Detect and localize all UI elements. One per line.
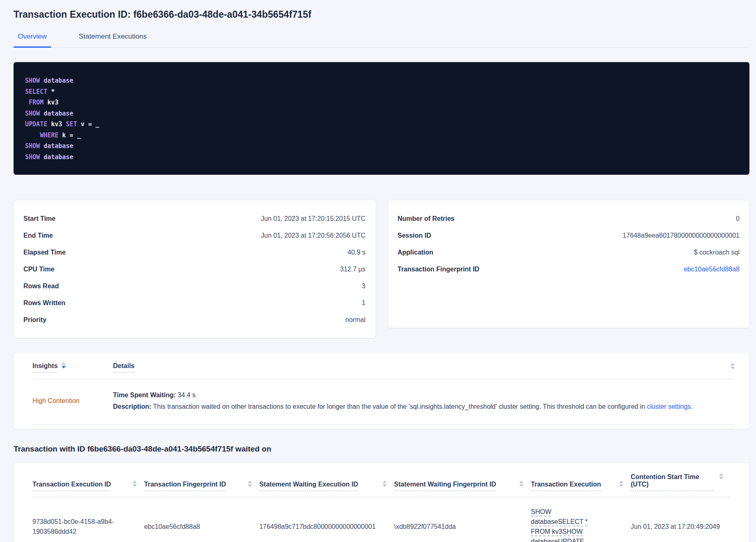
column-header-label[interactable]: Statement Waiting Fingerprint ID [394,481,496,491]
sort-up-arrow [719,473,723,476]
row-label: Start Time [23,215,55,222]
statement-waiting-fingerprint-id-value: \xdb8922f077541dda [394,523,456,530]
statement-waiting-execution-id-value: 176498a9c717bdc80000000000000001 [259,523,376,530]
row-application: Application $ cockroach sql [398,244,740,261]
sql-token: WHERE [40,132,58,139]
column-header-transaction-fingerprint-id: Transaction Fingerprint ID [144,463,259,497]
cell-transaction-fingerprint-id: ebc10ae56cfd88a8 [144,497,259,542]
row-elapsed-time: Elapsed Time 40.9 s [23,244,366,261]
sort-icon[interactable] [719,473,723,479]
sort-up-arrow [519,481,523,483]
row-label: Transaction Fingerprint ID [398,266,479,273]
insight-details-cell: Time Spent Waiting: 34.4 s Description: … [113,390,693,412]
page-title: Transaction Execution ID: f6be6366-da03-… [14,9,749,20]
sort-down-arrow [719,477,723,479]
row-cpu-time: CPU Time 312.7 µs [23,261,366,278]
cell-transaction-execution-id: 9738d051-bc0e-4158-a9b4-1903586ddd42 [32,497,144,542]
sort-up-arrow [248,481,252,483]
sql-token: database [40,153,73,161]
sort-down-arrow [619,484,623,487]
sql-token: kv3 [47,120,66,128]
description-text: This transaction waited on other transac… [151,403,647,410]
column-header-transaction-execution: Transaction Execution [531,463,631,497]
sql-token: database [40,77,73,84]
contention-start-time-value: Jun 01, 2023 at 17:20:49:2049 [631,523,720,530]
column-header-label[interactable]: Contention Start Time (UTC) [631,473,715,491]
row-label: Rows Written [23,299,65,307]
row-value: 17648a9eea6017800000000000000001 [622,232,740,239]
row-label: Number of Retries [398,215,455,222]
row-label: CPU Time [23,266,54,273]
sort-icon[interactable] [62,362,66,368]
sort-icon[interactable] [519,481,523,487]
sort-icon[interactable] [383,481,387,487]
insight-row: High Contention Time Spent Waiting: 34.4… [32,379,735,425]
sort-up-arrow [62,362,66,365]
insight-cell: High Contention [32,397,113,405]
cell-statement-waiting-execution-id: 176498a9c717bdc80000000000000001 [259,497,394,542]
transaction-fingerprint-id-value: ebc10ae56cfd88a8 [144,523,200,530]
waited-on-table: Transaction Execution ID Transaction Fin… [32,463,731,542]
row-value: 312.7 µs [340,266,366,273]
sort-down-arrow [133,484,137,487]
sql-line: SHOW database [25,141,738,152]
sql-token: SET [66,120,77,128]
transaction-execution-id-value: 9738d051-bc0e-4158-a9b4-1903586ddd42 [32,517,128,537]
sql-statements-box: SHOW database SELECT * FROM kv3 SHOW dat… [14,62,749,175]
row-end-time: End Time Jun 01, 2023 at 17:20:56:2056 U… [23,227,366,244]
sort-icon[interactable] [731,363,735,369]
tab-overview[interactable]: Overview [14,32,51,48]
column-header-contention-start-time: Contention Start Time (UTC) [631,463,731,497]
sql-token [25,132,40,139]
column-header-label[interactable]: Transaction Fingerprint ID [144,481,226,491]
waiting-value: 34.4 s [176,391,196,398]
sort-down-arrow [248,484,252,487]
transaction-details-page: Transaction Execution ID: f6be6366-da03-… [0,0,756,542]
sql-token: SHOW [25,110,40,117]
sql-token [25,99,29,106]
column-header-label[interactable]: Statement Waiting Execution ID [259,481,358,491]
row-value: $ cockroach sql [694,249,740,256]
sort-icon[interactable] [619,481,623,487]
insights-column-label[interactable]: Insights [32,362,58,373]
tab-bar: Overview Statement Executions [14,32,749,48]
sql-token: k = _ [58,132,81,139]
waited-on-heading: Transaction with ID f6be6366-da03-48de-a… [14,445,749,454]
row-label: Session ID [398,232,431,239]
sql-token: database [40,142,73,150]
sql-token: FROM [29,99,44,106]
sql-line: WHERE k = _ [25,130,738,141]
row-value: 0 [736,215,740,222]
tab-statement-executions[interactable]: Statement Executions [75,32,151,47]
sql-line: SHOW database [25,152,738,163]
waited-on-table-card: Transaction Execution ID Transaction Fin… [14,463,749,542]
transaction-execution-snippet-link[interactable]: SHOW databaseSELECT * FROM kv3SHOW datab… [531,507,606,542]
row-session-id: Session ID 17648a9eea6017800000000000000… [398,227,740,244]
sql-line: SELECT * [25,86,738,97]
sort-icon[interactable] [133,481,137,487]
row-value: normal [346,316,366,324]
cluster-settings-link[interactable]: cluster settings [647,403,691,410]
column-header-label[interactable]: Transaction Execution [531,481,601,491]
description-suffix: . [691,403,692,410]
waited-on-row: 9738d051-bc0e-4158-a9b4-1903586ddd42 ebc… [32,497,731,542]
column-header-statement-waiting-execution-id: Statement Waiting Execution ID [259,463,394,497]
cell-contention-start-time: Jun 01, 2023 at 17:20:49:2049 [631,497,731,542]
sql-line: UPDATE kv3 SET v = _ [25,119,738,130]
sql-token: SHOW [25,153,40,161]
transaction-fingerprint-link[interactable]: ebc10ae56cfd88a8 [684,266,740,273]
sql-line: SHOW database [25,108,738,119]
sql-line: FROM kv3 [25,97,738,108]
sort-up-arrow [383,481,387,483]
row-label: Priority [23,316,46,324]
column-header-label[interactable]: Transaction Execution ID [32,481,111,491]
waiting-label: Time Spent Waiting: [113,391,176,398]
sort-icon[interactable] [248,481,252,487]
sql-token: kv3 [44,99,58,106]
row-label: Application [398,249,433,256]
details-column-label[interactable]: Details [113,362,134,373]
sql-token: database [40,110,73,117]
cell-transaction-execution: SHOW databaseSELECT * FROM kv3SHOW datab… [531,497,631,542]
high-contention-badge: High Contention [32,397,80,405]
summary-cards-row: Start Time Jun 01, 2023 at 17:20:15:2015… [14,200,749,338]
